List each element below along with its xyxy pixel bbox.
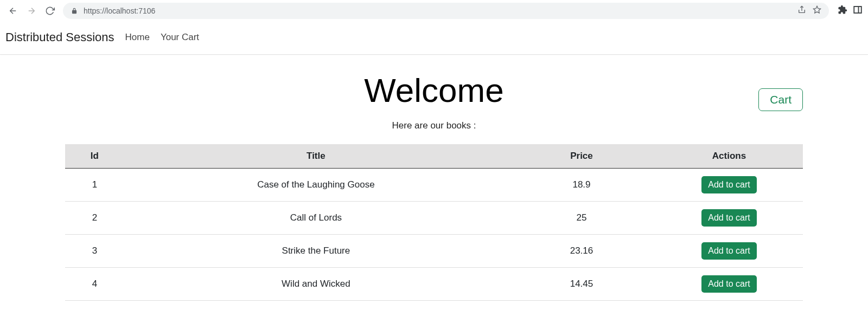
- table-row: 3 Strike the Future 23.16 Add to cart: [65, 235, 803, 268]
- back-button[interactable]: [5, 3, 21, 18]
- nav-home[interactable]: Home: [125, 32, 150, 43]
- panel-icon[interactable]: [853, 5, 863, 17]
- arrow-left-icon: [8, 6, 18, 16]
- forward-button[interactable]: [24, 3, 39, 18]
- cell-price: 25: [508, 202, 655, 235]
- page-subtitle: Here are our books :: [65, 120, 803, 131]
- col-header-title: Title: [124, 144, 508, 169]
- col-header-id: Id: [65, 144, 124, 169]
- arrow-right-icon: [27, 6, 36, 16]
- page-title: Welcome: [65, 71, 803, 109]
- add-to-cart-button[interactable]: Add to cart: [701, 242, 756, 260]
- cell-title: Strike the Future: [124, 235, 508, 268]
- cart-button[interactable]: Cart: [758, 88, 803, 111]
- cell-price: 18.9: [508, 169, 655, 202]
- nav-your-cart[interactable]: Your Cart: [161, 32, 199, 43]
- address-bar[interactable]: https://localhost:7106: [63, 3, 829, 19]
- extensions-icon[interactable]: [838, 5, 847, 17]
- cell-id: 2: [65, 202, 124, 235]
- reload-button[interactable]: [42, 3, 58, 18]
- cell-price: 14.45: [508, 268, 655, 301]
- col-header-price: Price: [508, 144, 655, 169]
- browser-toolbar: https://localhost:7106: [0, 0, 868, 22]
- col-header-actions: Actions: [655, 144, 803, 169]
- cell-id: 1: [65, 169, 124, 202]
- cell-price: 23.16: [508, 235, 655, 268]
- add-to-cart-button[interactable]: Add to cart: [701, 176, 756, 193]
- table-row: 2 Call of Lords 25 Add to cart: [65, 202, 803, 235]
- cell-id: 3: [65, 235, 124, 268]
- reload-icon: [45, 6, 55, 16]
- url-text[interactable]: https://localhost:7106: [84, 7, 792, 15]
- star-icon[interactable]: [813, 5, 821, 16]
- share-icon[interactable]: [797, 5, 806, 16]
- cell-title: Wild and Wicked: [124, 268, 508, 301]
- table-row: 4 Wild and Wicked 14.45 Add to cart: [65, 268, 803, 301]
- cell-title: Case of the Laughing Goose: [124, 169, 508, 202]
- brand[interactable]: Distributed Sessions: [5, 30, 114, 44]
- main-content: Welcome Here are our books : Cart Id Tit…: [0, 55, 868, 310]
- table-row: 1 Case of the Laughing Goose 18.9 Add to…: [65, 169, 803, 202]
- add-to-cart-button[interactable]: Add to cart: [701, 209, 756, 227]
- add-to-cart-button[interactable]: Add to cart: [701, 275, 756, 293]
- svg-marker-3: [813, 6, 820, 13]
- cell-id: 4: [65, 268, 124, 301]
- cell-title: Call of Lords: [124, 202, 508, 235]
- hero: Welcome Here are our books : Cart: [65, 66, 803, 131]
- svg-rect-4: [854, 7, 861, 13]
- books-table: Id Title Price Actions 1 Case of the Lau…: [65, 144, 803, 301]
- lock-icon: [71, 7, 78, 15]
- app-navbar: Distributed Sessions Home Your Cart: [0, 22, 868, 55]
